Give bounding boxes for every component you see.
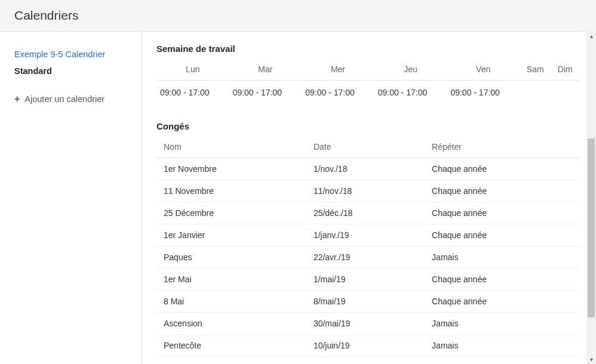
sidebar-item-standard[interactable]: Standard <box>14 63 130 79</box>
cell-name: 1er Novembre <box>156 158 309 180</box>
cell-date: 10/juin/19 <box>309 335 427 357</box>
day-hours[interactable] <box>520 81 551 103</box>
cell-repeat: Chaque année <box>427 291 579 313</box>
table-row[interactable]: Paques22/avr./19Jamais <box>156 246 579 269</box>
table-row[interactable]: 25 Décembre25/déc./18Chaque année <box>156 202 579 224</box>
cell-date: 1/mai/19 <box>309 269 427 291</box>
cell-name: Pentecôte <box>156 335 309 357</box>
workweek-title: Semaine de travail <box>156 44 579 54</box>
column-header-date: Date <box>309 136 427 158</box>
cell-repeat: Jamais <box>427 246 579 269</box>
cell-date: 1/janv./19 <box>309 224 427 246</box>
cell-name: 8 Mai <box>156 291 309 313</box>
day-header: Mar <box>229 58 302 81</box>
add-calendar-label: Ajouter un calendrier <box>24 94 105 104</box>
plus-icon: + <box>14 94 20 104</box>
cell-name: Ascension <box>156 313 309 335</box>
column-header-name: Nom <box>156 136 309 158</box>
table-row[interactable]: 14 Juillet14/juil./19Chaque année <box>156 357 579 365</box>
cell-repeat: Chaque année <box>427 224 579 246</box>
cell-repeat: Chaque année <box>427 158 579 180</box>
cell-date: 30/mai/19 <box>309 313 427 335</box>
day-header: Lun <box>156 58 229 81</box>
table-row[interactable]: 8 Mai8/mai/19Chaque année <box>156 291 579 313</box>
scroll-up-arrow-icon[interactable]: ▴ <box>586 31 596 41</box>
workweek-header-row: Lun Mar Mer Jeu Ven Sam Dim <box>156 58 579 81</box>
day-hours[interactable]: 09:00 - 17:00 <box>447 81 520 103</box>
cell-name: 1er Mai <box>156 269 309 291</box>
main-panel: Semaine de travail Lun Mar Mer Jeu Ven S… <box>142 32 596 364</box>
cell-name: 25 Décembre <box>156 202 309 224</box>
workweek-table: Lun Mar Mer Jeu Ven Sam Dim 09:00 - 17:0… <box>156 58 579 102</box>
table-row[interactable]: Pentecôte10/juin/19Jamais <box>156 335 579 357</box>
table-row[interactable]: 1er Novembre1/nov./18Chaque année <box>156 158 579 180</box>
column-header-repeat: Répéter <box>427 136 579 158</box>
page-header: Calendriers <box>0 0 596 32</box>
day-header: Sam <box>520 58 551 81</box>
cell-repeat: Chaque année <box>427 269 579 291</box>
holidays-title: Congés <box>156 121 579 131</box>
table-row[interactable]: Ascension30/mai/19Jamais <box>156 313 579 335</box>
day-hours[interactable]: 09:00 - 17:00 <box>374 81 447 103</box>
cell-date: 11/nov./18 <box>309 180 427 202</box>
day-header: Jeu <box>374 58 447 81</box>
day-header: Mer <box>302 58 374 81</box>
day-header: Dim <box>551 58 579 81</box>
cell-repeat: Chaque année <box>427 357 579 365</box>
holidays-table: Nom Date Répéter 1er Novembre1/nov./18Ch… <box>156 136 579 364</box>
day-hours[interactable]: 09:00 - 17:00 <box>156 81 229 103</box>
day-hours[interactable]: 09:00 - 17:00 <box>229 81 302 103</box>
cell-date: 14/juil./19 <box>309 357 427 365</box>
table-row[interactable]: 1er Mai1/mai/19Chaque année <box>156 269 579 291</box>
table-row[interactable]: 1er Janvier1/janv./19Chaque année <box>156 224 579 246</box>
day-header: Ven <box>447 58 520 81</box>
cell-date: 8/mai/19 <box>309 291 427 313</box>
cell-repeat: Jamais <box>427 313 579 335</box>
scrollbar-thumb[interactable] <box>588 138 595 317</box>
cell-name: 1er Janvier <box>156 224 309 246</box>
cell-name: 11 Novembre <box>156 180 309 202</box>
scrollbar-track[interactable]: ▴ ▾ <box>586 31 596 364</box>
holidays-header-row: Nom Date Répéter <box>156 136 579 158</box>
cell-name: Paques <box>156 246 309 269</box>
sidebar-item-example-calendar[interactable]: Exemple 9-5 Calendrier <box>14 46 130 63</box>
sidebar-item-label: Standard <box>14 66 52 76</box>
scroll-down-arrow-icon[interactable]: ▾ <box>586 354 596 364</box>
cell-date: 22/avr./19 <box>309 246 427 269</box>
cell-date: 25/déc./18 <box>309 202 427 224</box>
table-row[interactable]: 11 Novembre11/nov./18Chaque année <box>156 180 579 202</box>
cell-repeat: Jamais <box>427 335 579 357</box>
cell-repeat: Chaque année <box>427 202 579 224</box>
sidebar: Exemple 9-5 Calendrier Standard + Ajoute… <box>0 32 142 364</box>
workweek-hours-row: 09:00 - 17:00 09:00 - 17:00 09:00 - 17:0… <box>156 81 579 103</box>
cell-date: 1/nov./18 <box>309 158 427 180</box>
day-hours[interactable] <box>551 81 579 103</box>
add-calendar-button[interactable]: + Ajouter un calendrier <box>14 94 130 104</box>
day-hours[interactable]: 09:00 - 17:00 <box>302 81 374 103</box>
sidebar-item-label: Exemple 9-5 Calendrier <box>14 50 105 59</box>
page-title: Calendriers <box>14 8 582 23</box>
cell-repeat: Chaque année <box>427 180 579 202</box>
content-area: Exemple 9-5 Calendrier Standard + Ajoute… <box>0 32 596 364</box>
cell-name: 14 Juillet <box>156 357 309 365</box>
